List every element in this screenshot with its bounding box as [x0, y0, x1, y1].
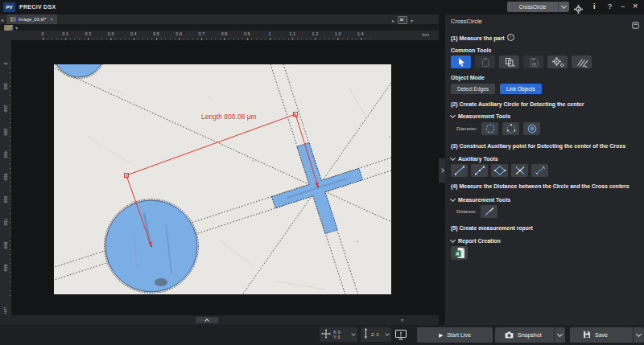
ruler-tick-label: 700: [1, 217, 10, 228]
overlay-image-icon[interactable]: [398, 16, 407, 24]
distance-measure-tool-button[interactable]: [481, 205, 497, 218]
ruler-tick-label: 0: [41, 31, 43, 36]
ruler-tick-label: 1.2: [312, 31, 319, 36]
title-bar: PV PRECiV DSX CrossCircle i ? − ×: [0, 0, 644, 14]
stage-xy-control[interactable]: X: 0 Y: 0: [320, 327, 357, 342]
object-mode-row: Detect Edges Link Objects: [451, 84, 542, 94]
ruler-tick-label: 0.3: [108, 31, 114, 36]
ruler-tick-label: 0.7: [199, 31, 205, 36]
start-live-button[interactable]: ▶ Start Live: [417, 327, 493, 343]
chevron-right-icon[interactable]: ▸: [392, 18, 394, 23]
report-creation-expander[interactable]: Report Creation: [451, 238, 501, 244]
minimize-icon[interactable]: −: [621, 2, 625, 10]
ruler-tick-label: 100: [1, 81, 10, 92]
panel-title: CrossCircle: [451, 18, 482, 25]
ruler-tick-label: 0.2: [85, 31, 92, 36]
chevron-down-icon[interactable]: ▾: [15, 25, 18, 31]
save-icon: [583, 331, 591, 339]
ruler-minor-ticks: [43, 39, 374, 39]
circle-center-tool-button[interactable]: [523, 122, 540, 135]
ruler-tick-label: 0.5: [153, 31, 159, 36]
snapshot-button[interactable]: Snapshot: [495, 327, 565, 343]
chevron-down-icon: [450, 196, 456, 202]
object-settings-tool-button[interactable]: [547, 55, 568, 68]
close-icon[interactable]: ×: [633, 1, 638, 10]
ruler-tick-label: 400: [1, 149, 10, 159]
ruler-tick-label: 0.4: [130, 31, 137, 36]
image-viewport[interactable]: Length 800.06 μm: [11, 40, 439, 315]
ruler-horizontal: mm 00.10.20.30.40.50.60.70.80.911.11.21.…: [0, 31, 439, 40]
diameter-tools-row: Diameter:: [456, 122, 540, 135]
tab-bar: ◂ Image_03.tif* × ▸ ▾: [0, 14, 439, 24]
tab-close-icon[interactable]: ×: [50, 17, 53, 22]
chevron-down-icon[interactable]: [558, 2, 569, 12]
select-tool-button[interactable]: [451, 55, 471, 68]
circle-3-point-tool-button[interactable]: [502, 122, 519, 135]
measurement-tools-2-expander[interactable]: Measurement Tools: [451, 197, 510, 203]
ruler-tick-label: 0.8: [221, 31, 228, 36]
auxiliary-tools-expander[interactable]: Auxiliary Tools: [451, 156, 498, 162]
display-warning-icon[interactable]: [394, 329, 407, 344]
step-4-heading: (4) Measure the Distance between the Cir…: [451, 183, 630, 189]
aux-line-points-tool-button[interactable]: [471, 164, 488, 177]
paste-tool-button[interactable]: [475, 55, 495, 68]
measure-draw-tool-button[interactable]: [572, 55, 592, 68]
chevron-down-icon[interactable]: [351, 331, 356, 336]
info-icon[interactable]: i: [593, 2, 596, 10]
tab-image-03[interactable]: Image_03.tif* ×: [6, 14, 57, 24]
ruler-tick-label: 500: [1, 172, 10, 183]
ruler-tick-label: 0.6: [175, 31, 182, 36]
help-icon[interactable]: ?: [608, 2, 612, 10]
ruler-vertical: μm 0100200300400500600700800900: [0, 40, 11, 315]
circle-center-point: [151, 245, 152, 247]
image-adjust-icon: [4, 25, 13, 31]
chevron-down-icon[interactable]: ▾: [411, 18, 413, 23]
detect-edges-button[interactable]: Detect Edges: [451, 84, 495, 94]
stage-z-control[interactable]: Z: 0: [361, 327, 391, 342]
common-tools-heading: Common Tools: [451, 47, 491, 53]
copy-tool-button[interactable]: [499, 55, 519, 68]
link-objects-button[interactable]: Link Objects: [500, 84, 542, 94]
aux-cross-lines-tool-button[interactable]: [511, 164, 528, 177]
save-tool-button[interactable]: [523, 55, 543, 68]
save-button[interactable]: Save: [570, 327, 644, 343]
image-adjust-control[interactable]: ▾: [4, 25, 18, 31]
panel-collapse-handle[interactable]: [439, 158, 445, 183]
chevron-down-icon[interactable]: [385, 331, 390, 336]
collapse-bottom-panel-button[interactable]: [196, 317, 218, 323]
stage-y-value: Y: 0: [333, 335, 341, 340]
move-stage-icon: [321, 327, 331, 342]
object-mode-heading: Object Mode: [451, 75, 485, 80]
report-creation-row: [451, 246, 468, 260]
procedure-selector[interactable]: CrossCircle: [507, 2, 569, 12]
ruler-tick-label: 1.3: [335, 31, 341, 36]
step-3-heading: (3) Construct Auxiliary point for Detect…: [451, 143, 625, 149]
excel-report-button[interactable]: [451, 246, 468, 260]
cross-center-point: [317, 186, 319, 187]
tab-scroll-left-icon[interactable]: ◂: [1, 17, 3, 23]
aux-parallelogram-tool-button[interactable]: [491, 164, 508, 177]
ruler-tick-label: 0: [1, 59, 10, 69]
viewport-bottom-strip: ▾: [0, 315, 439, 325]
panel-menu-icon[interactable]: [632, 18, 639, 32]
common-tools-row: [451, 55, 592, 68]
save-options-chevron[interactable]: [633, 327, 644, 343]
procedure-panel: CrossCircle (1) Measure the parti Common…: [445, 14, 644, 325]
auxiliary-tools-row: [451, 164, 548, 177]
aux-line-tool-button[interactable]: [451, 164, 468, 177]
chevron-down-icon: [450, 237, 456, 243]
measurement-tools-expander[interactable]: Measurement Tools: [451, 113, 510, 119]
step-1-heading: (1) Measure the parti: [451, 34, 514, 41]
ruler-tick-label: 1.1: [289, 31, 295, 36]
snapshot-options-chevron[interactable]: [554, 327, 565, 343]
image-file-icon: [10, 17, 16, 22]
chevron-down-icon[interactable]: ▾: [401, 317, 403, 322]
info-circle-icon[interactable]: i: [507, 34, 514, 41]
ruler-horizontal-unit: mm: [422, 32, 429, 37]
tab-label: Image_03.tif*: [19, 17, 46, 22]
aux-segment-tool-button[interactable]: [531, 164, 548, 177]
z-axis-icon: [363, 327, 369, 342]
circle-dashed-tool-button[interactable]: [481, 122, 498, 135]
distance-tools-row: Distance:: [456, 205, 497, 218]
status-bar: X: 0 Y: 0 Z: 0 ▶ Start Live Snapshot: [0, 325, 644, 345]
